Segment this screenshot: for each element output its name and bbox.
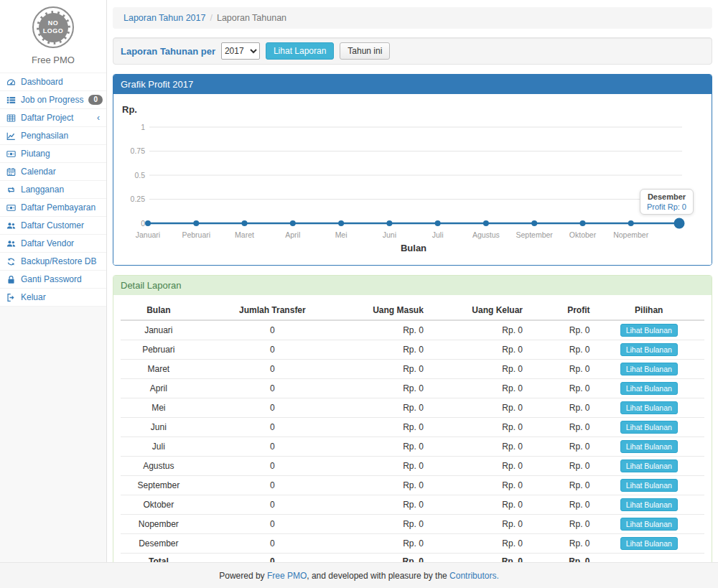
column-header-profit: Profit [526,301,593,320]
cell-pilihan: Lihat Bulanan [594,360,705,379]
cell-uang_masuk: Rp. 0 [348,398,427,418]
footer-text-before: Powered by [219,571,267,581]
sign-out-icon [6,293,16,302]
lihat-bulanan-button[interactable]: Lihat Bulanan [620,401,678,414]
breadcrumb-current: Laporan Tahunan [217,13,286,23]
lihat-bulanan-button[interactable]: Lihat Bulanan [620,363,678,375]
lihat-laporan-button[interactable]: Lihat Laporan [266,42,334,60]
report-row-pebruari: Pebruari0Rp. 0Rp. 0Rp. 0Lihat Bulanan [121,340,704,360]
sidebar-item-job-on-progress[interactable]: Job on Progress0 [0,90,106,108]
chart-tooltip-value: Profit Rp: 0 [647,202,686,211]
cell-bulan: September [121,476,197,495]
breadcrumb-link-laporan-tahun[interactable]: Laporan Tahun 2017 [123,13,205,23]
cell-profit: Rp. 0 [526,379,593,398]
sidebar-item-label: Daftar Pembayaran [21,202,95,213]
report-row-nopember: Nopember0Rp. 0Rp. 0Rp. 0Lihat Bulanan [121,515,704,534]
report-table-header-row: BulanJumlah TransferUang MasukUang Kelua… [121,301,704,320]
svg-text:Maret: Maret [235,230,254,239]
cell-uang_masuk: Rp. 0 [348,476,427,495]
brand-name: Free PMO [0,55,106,65]
cell-pilihan: Lihat Bulanan [594,457,705,476]
cell-uang_masuk: Rp. 0 [348,418,427,437]
lihat-bulanan-button[interactable]: Lihat Bulanan [620,324,678,337]
chart-tooltip-title: Desember [647,192,686,201]
sidebar-item-penghasilan[interactable]: Penghasilan [0,126,106,144]
svg-text:0: 0 [141,219,145,228]
sidebar-item-daftar-project[interactable]: Daftar Project‹ [0,108,106,126]
lihat-bulanan-button[interactable]: Lihat Bulanan [620,537,678,550]
sidebar-item-calendar[interactable]: Calendar [0,162,106,180]
cell-bulan: Juli [121,437,197,457]
logo-text-line1: NO [48,19,59,27]
lihat-bulanan-button[interactable]: Lihat Bulanan [620,459,678,472]
sidebar-item-piutang[interactable]: Piutang [0,144,106,162]
lihat-bulanan-button[interactable]: Lihat Bulanan [620,479,678,492]
sidebar-item-keluar[interactable]: Keluar [0,288,106,306]
lihat-bulanan-button[interactable]: Lihat Bulanan [620,518,678,531]
cell-uang_keluar: Rp. 0 [427,476,526,495]
svg-text:Januari: Januari [136,230,160,239]
sidebar-item-daftar-vendor[interactable]: Daftar Vendor [0,234,106,252]
sidebar-item-ganti-password[interactable]: Ganti Password [0,270,106,288]
calendar-icon [6,167,16,177]
cell-uang_masuk: Rp. 0 [348,437,427,457]
svg-text:Juli: Juli [432,230,444,239]
year-select[interactable]: 2017 [221,42,260,60]
cell-pilihan: Lihat Bulanan [594,340,705,360]
logo-text-line2: LOGO [43,27,64,35]
cell-jumlah_transfer: 0 [197,398,348,418]
cell-jumlah_transfer: 0 [197,360,348,379]
cell-pilihan: Lihat Bulanan [594,398,705,418]
report-row-juni: Juni0Rp. 0Rp. 0Rp. 0Lihat Bulanan [121,418,704,437]
cell-jumlah_transfer: 0 [197,495,348,515]
total-cell-pilihan-empty [594,554,705,563]
footer-text: Powered by Free PMO, and developed with … [219,571,499,581]
cell-jumlah_transfer: 0 [197,437,348,457]
sidebar-item-label: Daftar Vendor [21,238,74,248]
profit-chart-canvas[interactable]: Rp.00.250.50.751JanuariPebruariMaretApri… [113,94,712,265]
cell-profit: Rp. 0 [526,534,593,554]
svg-text:Bulan: Bulan [401,243,426,253]
cell-pilihan: Lihat Bulanan [594,437,705,457]
cell-profit: Rp. 0 [526,515,593,534]
sidebar-item-label: Langganan [21,185,64,195]
report-row-april: April0Rp. 0Rp. 0Rp. 0Lihat Bulanan [121,379,704,398]
total-cell-uang_keluar: Rp. 0 [427,554,526,563]
tahun-ini-button[interactable]: Tahun ini [340,42,390,60]
money-icon [6,203,16,213]
lihat-bulanan-button[interactable]: Lihat Bulanan [620,440,678,453]
sidebar-item-dashboard[interactable]: Dashboard [0,73,106,90]
lihat-bulanan-button[interactable]: Lihat Bulanan [620,343,678,356]
lihat-bulanan-button[interactable]: Lihat Bulanan [620,498,678,511]
cell-jumlah_transfer: 0 [197,534,348,554]
sidebar-menu: DashboardJob on Progress0Daftar Project‹… [0,73,106,307]
total-cell-profit: Rp. 0 [526,554,593,563]
cell-profit: Rp. 0 [526,476,593,495]
cell-bulan: Agustus [121,457,197,476]
filter-label: Laporan Tahunan per [121,46,215,57]
cell-profit: Rp. 0 [526,360,593,379]
cell-pilihan: Lihat Bulanan [594,476,705,495]
report-row-desember: Desember0Rp. 0Rp. 0Rp. 0Lihat Bulanan [121,534,704,554]
sidebar-item-label: Calendar [21,167,56,177]
lihat-bulanan-button[interactable]: Lihat Bulanan [620,382,678,395]
cell-uang_masuk: Rp. 0 [348,495,427,515]
cell-uang_keluar: Rp. 0 [427,398,526,418]
lihat-bulanan-button[interactable]: Lihat Bulanan [620,421,678,434]
cell-pilihan: Lihat Bulanan [594,515,705,534]
svg-text:September: September [516,230,554,239]
total-cell-uang_masuk: Rp. 0 [348,554,427,563]
sidebar-item-daftar-pembayaran[interactable]: Daftar Pembayaran [0,198,106,216]
sidebar-header: NO LOGO Free PMO [0,0,106,73]
cell-pilihan: Lihat Bulanan [594,534,705,554]
sidebar-item-label: Daftar Project [21,113,73,123]
sidebar-item-backup-restore-db[interactable]: Backup/Restore DB [0,252,106,270]
sidebar-item-daftar-customer[interactable]: Daftar Customer [0,216,106,234]
sidebar-item-langganan[interactable]: Langganan [0,180,106,198]
cell-profit: Rp. 0 [526,340,593,360]
footer-link-contributors[interactable]: Contributors. [449,571,499,581]
footer-link-freepmo[interactable]: Free PMO [267,571,307,581]
cell-uang_masuk: Rp. 0 [348,534,427,554]
sidebar-item-label: Keluar [21,292,46,302]
cell-jumlah_transfer: 0 [197,476,348,495]
